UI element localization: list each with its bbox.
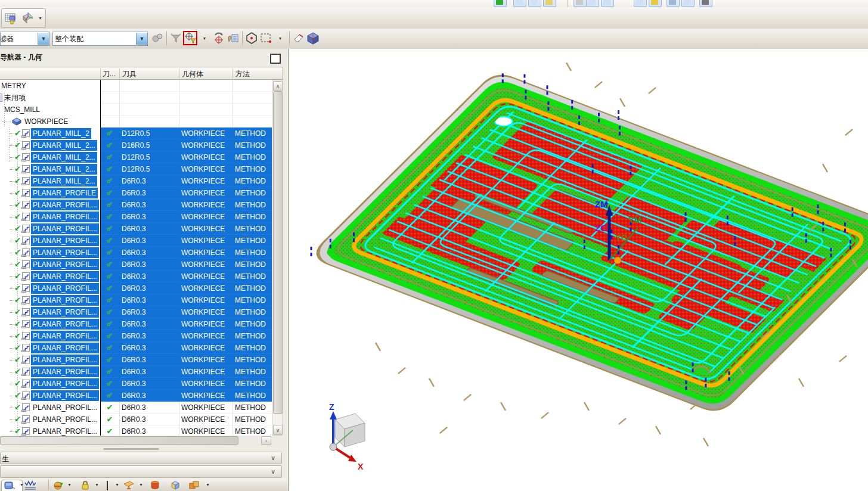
clock-icon[interactable] <box>649 0 662 7</box>
navigator-row[interactable]: ✔PLANAR_PROFIL...✔D6R0.3WORKPIECEMETHOD <box>0 414 272 425</box>
navigator-row[interactable]: ✔PLANAR_PROFIL...✔D6R0.3WORKPIECEMETHOD <box>0 342 272 354</box>
window-icon[interactable] <box>513 0 526 7</box>
navigator-window-button[interactable] <box>270 54 281 64</box>
navigator-tree: METRY未用项MCS_MILLWORKPIECE✔PLANAR_MILL_2✔… <box>0 80 272 436</box>
rotate-point-icon[interactable] <box>212 31 226 45</box>
dependencies-bar[interactable]: 生 ∨ <box>0 452 282 464</box>
navigator-row[interactable]: ✔PLANAR_MILL_2...✔D12R0.5WORKPIECEMETHOD <box>0 151 272 163</box>
filter-crosshair-active-icon[interactable] <box>183 31 197 45</box>
view-box-icon[interactable] <box>4 480 16 491</box>
navigator-row[interactable]: ✔PLANAR_PROFIL...✔D6R0.3WORKPIECEMETHOD <box>0 366 272 378</box>
navigator-row[interactable]: ✔PLANAR_PROFIL...✔D6R0.3WORKPIECEMETHOD <box>0 235 272 247</box>
toolpath-display[interactable]: ZMZCYMYCZX <box>289 49 868 491</box>
key-icon[interactable] <box>634 0 647 7</box>
eraser-icon[interactable] <box>292 31 306 45</box>
dropdown-icon[interactable]: ▾ <box>138 482 144 487</box>
navigator-row[interactable]: MCS_MILL <box>0 104 272 116</box>
approve-check-icon[interactable] <box>494 0 507 7</box>
navigator-row[interactable]: ✔PLANAR_PROFIL...✔D6R0.3WORKPIECEMETHOD <box>0 378 272 390</box>
navigator-row[interactable]: ✔PLANAR_MILL_2...✔D16R0.5WORKPIECEMETHOD <box>0 139 272 151</box>
details-bar[interactable]: ∨ <box>0 465 282 478</box>
cell-tool: D6R0.3 <box>119 390 179 402</box>
window-list-icon[interactable] <box>528 0 541 7</box>
view-triad[interactable]: ZX <box>329 402 365 471</box>
combo-dropdown-icon[interactable]: ▼ <box>136 33 147 45</box>
navigator-row[interactable]: ✔PLANAR_PROFILE✔D6R0.3WORKPIECEMETHOD <box>0 187 272 199</box>
window-edit-icon[interactable] <box>574 0 587 7</box>
cell-toolpath-status: ✔ <box>100 306 120 318</box>
navigator-row[interactable]: ✔PLANAR_PROFIL...✔D6R0.3WORKPIECEMETHOD <box>0 199 272 211</box>
column-divider[interactable] <box>100 80 101 436</box>
scroll-down-icon[interactable]: ∨ <box>273 425 283 435</box>
navigator-row[interactable]: ✔PLANAR_PROFIL...✔D6R0.3WORKPIECEMETHOD <box>0 259 272 271</box>
navigator-row[interactable]: ✔PLANAR_PROFIL...✔D6R0.3WORKPIECEMETHOD <box>0 223 272 235</box>
dropdown-icon[interactable] <box>681 0 695 7</box>
plane-marker-icon[interactable] <box>122 480 134 491</box>
navigator-row[interactable]: METRY <box>0 80 272 92</box>
dropdown-icon[interactable]: ▾ <box>94 482 100 487</box>
selection-scope-combo[interactable]: 整个装配 ▼ <box>52 32 148 46</box>
box-icon[interactable] <box>169 480 181 491</box>
window-add-icon[interactable] <box>601 0 614 7</box>
dropdown-icon[interactable]: ▾ <box>197 31 212 45</box>
chevron-down-icon[interactable]: ∨ <box>266 467 280 477</box>
chevron-down-icon[interactable]: ∨ <box>266 453 280 463</box>
navigator-row[interactable]: ✔PLANAR_PROFIL...✔D6R0.3WORKPIECEMETHOD <box>0 306 272 318</box>
sphere-rotate-icon[interactable] <box>52 480 64 491</box>
snap-gears-icon[interactable] <box>150 31 165 45</box>
datum-csys-icon[interactable] <box>21 11 35 26</box>
navigator-row[interactable]: ✔PLANAR_PROFIL...✔D6R0.3WORKPIECEMETHOD <box>0 294 272 306</box>
column-header-tool[interactable]: 刀具 <box>122 69 137 79</box>
navigator-row[interactable]: ✔PLANAR_PROFIL...✔D6R0.3WORKPIECEMETHOD <box>0 247 272 259</box>
navigator-row[interactable]: ✔PLANAR_MILL_2✔D12R0.5WORKPIECEMETHOD <box>0 128 272 139</box>
filter-funnel-icon[interactable] <box>169 31 183 45</box>
monitor-edit-icon[interactable] <box>666 0 680 7</box>
navigator-row[interactable]: ✔PLANAR_MILL_2...✔D6R0.3WORKPIECEMETHOD <box>0 175 272 187</box>
scroll-thumb[interactable] <box>273 91 283 414</box>
spreadsheet-icon[interactable] <box>4 11 18 26</box>
wave-icon[interactable] <box>24 480 36 491</box>
dropdown-icon[interactable]: ▾ <box>114 482 120 487</box>
column-header-geometry[interactable]: 几何体 <box>182 69 203 79</box>
scroll-right-icon[interactable]: › <box>261 436 271 445</box>
dropdown-icon[interactable]: ▾ <box>273 31 287 45</box>
navigator-row[interactable]: ✔PLANAR_PROFIL...✔D6R0.3WORKPIECEMETHOD <box>0 425 272 436</box>
dropdown-icon[interactable]: ▾ <box>19 482 24 487</box>
column-header-toolpath[interactable]: 刀... <box>103 69 116 79</box>
window-pin-icon[interactable] <box>543 0 556 7</box>
selection-filter-combo[interactable]: 滤器 ▼ <box>0 32 49 46</box>
horizontal-scrollbar[interactable]: › <box>0 436 272 446</box>
select-rectangle-icon[interactable] <box>259 31 273 45</box>
graphics-viewport[interactable]: ZMZCYMYCZX <box>289 49 868 491</box>
vertical-scrollbar[interactable]: ∧ ∨ <box>272 80 283 436</box>
lock-icon[interactable] <box>79 480 91 491</box>
navigator-row[interactable]: ✔PLANAR_PROFIL...✔D6R0.3WORKPIECEMETHOD <box>0 211 272 223</box>
hscroll-thumb[interactable] <box>0 436 238 445</box>
navigator-row[interactable]: WORKPIECE <box>0 116 272 128</box>
navigator-row[interactable]: ✔PLANAR_PROFIL...✔D6R0.3WORKPIECEMETHOD <box>0 318 272 330</box>
navigator-row[interactable]: 未用项 <box>0 92 272 104</box>
navigator-row[interactable]: ✔PLANAR_PROFIL...✔D6R0.3WORKPIECEMETHOD <box>0 271 272 282</box>
note-icon[interactable] <box>586 0 599 7</box>
navigator-row[interactable]: ✔PLANAR_PROFIL...✔D6R0.3WORKPIECEMETHOD <box>0 402 272 414</box>
navigator-row[interactable]: ✔PLANAR_MILL_2...✔D12R0.5WORKPIECEMETHOD <box>0 163 272 175</box>
pole-icon[interactable] <box>101 480 113 491</box>
snap-hexagon-icon[interactable] <box>244 31 259 45</box>
navigator-row[interactable]: ✔PLANAR_PROFIL...✔D6R0.3WORKPIECEMETHOD <box>0 390 272 402</box>
navigator-row[interactable]: ✔PLANAR_PROFIL...✔D6R0.3WORKPIECEMETHOD <box>0 330 272 342</box>
cylinder-icon[interactable] <box>149 480 161 491</box>
panel-splitter[interactable] <box>0 447 283 451</box>
navigator-row[interactable]: ✔PLANAR_PROFIL...✔D6R0.3WORKPIECEMETHOD <box>0 282 272 294</box>
hand-part-icon[interactable] <box>226 31 240 45</box>
dropdown-icon[interactable]: ▾ <box>38 15 43 21</box>
scroll-up-icon[interactable]: ∧ <box>273 81 283 91</box>
dropdown-icon[interactable] <box>699 0 712 7</box>
combo-dropdown-icon[interactable]: ▼ <box>38 33 49 45</box>
navigator-row[interactable]: ✔PLANAR_PROFIL...✔D6R0.3WORKPIECEMETHOD <box>0 354 272 366</box>
column-header-method[interactable]: 方法 <box>235 69 250 79</box>
cube-icon[interactable] <box>306 31 320 45</box>
dropdown-icon[interactable]: ▾ <box>67 482 72 487</box>
assembly-boxes-icon[interactable] <box>188 480 200 491</box>
dropdown-icon[interactable]: ▾ <box>205 482 210 487</box>
cell-toolpath-status: ✔ <box>100 390 120 402</box>
